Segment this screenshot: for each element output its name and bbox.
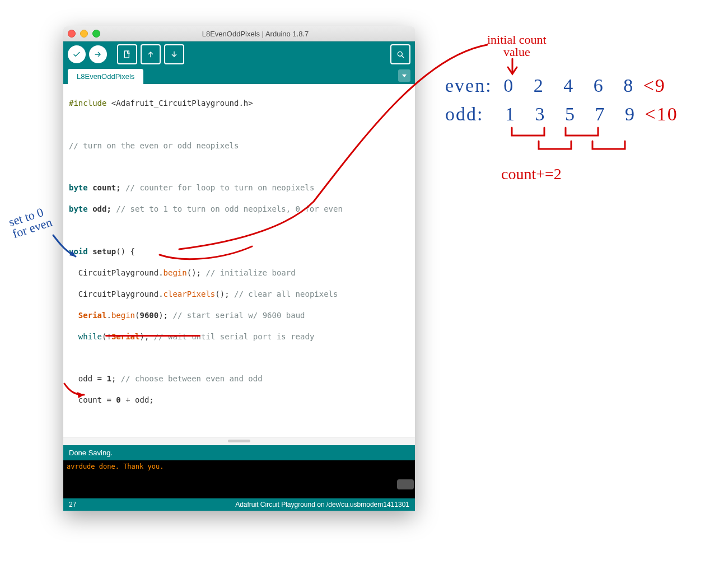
annotation-set-forever: set to 0 for even [7,204,54,240]
svg-rect-1 [124,51,129,58]
code-editor[interactable]: #include <Adafruit_CircuitPlayground.h> … [63,84,415,437]
line-number: 27 [69,501,76,508]
annotation-underline [105,335,200,337]
annotation-count-step: count+=2 [501,165,562,183]
footer-bar: 27 Adafruit Circuit Playground on /dev/c… [63,498,415,511]
status-bar: Done Saving. [63,445,415,460]
new-button[interactable] [117,44,137,64]
tab-menu-button[interactable] [398,69,410,82]
annotation-odd-row: odd: 1 3 5 7 9 <10 [445,104,678,125]
console-line: avrdude done. Thank you. [67,463,164,470]
save-button[interactable] [164,44,184,64]
board-info: Adafruit Circuit Playground on /dev/cu.u… [235,501,409,508]
annotation-initial: initial count value [487,34,547,58]
close-icon[interactable] [68,30,76,38]
window-title: L8EvenOddPixels | Arduino 1.8.7 [100,30,410,38]
titlebar[interactable]: L8EvenOddPixels | Arduino 1.8.7 [63,26,415,41]
zoom-icon[interactable] [92,30,100,38]
verify-button[interactable] [68,45,86,63]
svg-line-5 [401,55,404,58]
serial-monitor-button[interactable] [390,44,410,64]
open-button[interactable] [141,44,161,64]
code-token: #include [69,99,106,108]
tab-bar: L8EvenOddPixels [63,67,415,84]
console-output[interactable]: avrdude done. Thank you. [63,460,415,498]
minimize-icon[interactable] [80,30,88,38]
annotation-even-row: even: 0 2 4 6 8 <9 [445,75,666,96]
upload-button[interactable] [89,45,107,63]
toolbar [63,41,415,67]
arduino-ide-window: L8EvenOddPixels | Arduino 1.8.7 L8EvenOd… [63,26,415,511]
editor-scroll-grip[interactable] [63,437,415,445]
console-scrollbar[interactable] [397,479,414,489]
svg-marker-6 [402,74,407,77]
tab-sketch[interactable]: L8EvenOddPixels [68,69,143,84]
